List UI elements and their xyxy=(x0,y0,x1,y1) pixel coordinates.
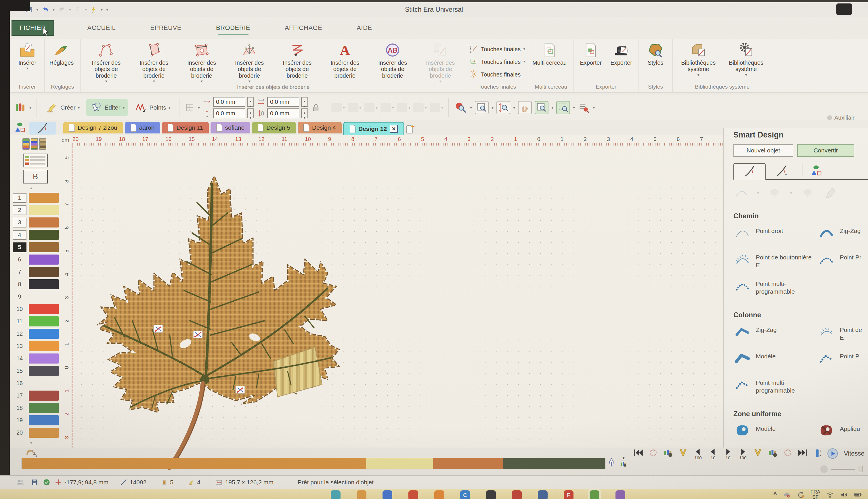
ribbon-button[interactable]: Bibliothèques système xyxy=(722,41,770,78)
chevron-down-icon[interactable] xyxy=(201,79,203,83)
stitch-type-item[interactable] xyxy=(817,377,868,397)
new-object-button[interactable]: Nouvel objet xyxy=(733,144,793,157)
chevron-down-icon[interactable] xyxy=(78,105,80,110)
zoom-height-button[interactable] xyxy=(497,101,510,114)
chevron-down-icon[interactable] xyxy=(153,79,155,83)
ribbon-tab[interactable]: AFFICHAGE xyxy=(285,20,322,36)
ribbon-button[interactable]: Insérer des objets de broderie xyxy=(273,41,321,80)
palette-scroll-up[interactable] xyxy=(29,186,33,190)
design-tab[interactable]: Design 5 xyxy=(252,122,296,133)
fwd-100-button[interactable]: 100 xyxy=(736,448,749,460)
thread-color-row[interactable]: 6 xyxy=(12,253,62,266)
edit-button[interactable]: Éditer xyxy=(86,99,128,116)
stitch-type-item[interactable]: Point multi-programmable xyxy=(733,278,817,298)
thread-list-button[interactable] xyxy=(23,154,48,167)
tab-needle-new[interactable] xyxy=(766,162,798,179)
chevron-down-icon[interactable] xyxy=(551,105,553,110)
thread-number[interactable]: 8 xyxy=(13,280,26,289)
taskbar-app-icon[interactable] xyxy=(382,490,392,499)
thread-color-row[interactable]: 17 xyxy=(12,389,62,402)
thread-number[interactable]: 16 xyxy=(13,378,26,388)
next-object-button[interactable] xyxy=(781,448,794,458)
thread-number[interactable]: 3 xyxy=(13,218,26,228)
back-100-button[interactable]: 100 xyxy=(692,448,705,460)
thread-number[interactable]: 14 xyxy=(13,354,26,364)
thread-color-swatch[interactable] xyxy=(29,415,59,425)
language-indicator[interactable]: FRASF xyxy=(810,489,820,499)
stitch-type-item[interactable]: Zig-Zag xyxy=(733,324,817,344)
ribbon-button[interactable]: Insérer xyxy=(12,41,42,71)
stitch-type-item[interactable]: Zig-Zag xyxy=(817,225,868,245)
back-10-button[interactable]: 10 xyxy=(706,448,720,460)
thread-color-row[interactable]: 14 xyxy=(12,352,62,365)
ribbon-button[interactable]: Insérer des objets de broderie xyxy=(130,41,178,84)
palette-scroll-down[interactable] xyxy=(29,441,33,445)
chevron-down-icon[interactable] xyxy=(169,105,171,110)
height-stepper[interactable] xyxy=(301,108,308,118)
wifi-icon[interactable] xyxy=(826,491,834,499)
thread-number[interactable]: 6 xyxy=(13,255,26,265)
close-tab-button[interactable] xyxy=(390,125,398,133)
thread-color-swatch[interactable] xyxy=(29,279,59,289)
progress-slider[interactable] xyxy=(811,448,824,459)
ribbon-button[interactable]: Insérer des objets de broderie xyxy=(369,41,416,80)
palette-thumbnail[interactable] xyxy=(22,138,29,150)
width-field[interactable]: 0,0 mm xyxy=(267,97,299,107)
grid-icon[interactable] xyxy=(185,102,195,113)
chevron-down-icon[interactable] xyxy=(513,105,515,110)
thread-colors-icon[interactable] xyxy=(14,101,26,113)
thread-color-row[interactable]: 19 xyxy=(12,414,62,427)
zoom-selection-button[interactable] xyxy=(556,101,570,114)
chevron-down-icon[interactable] xyxy=(29,105,31,110)
thread-color-swatch[interactable] xyxy=(29,292,59,302)
stitch-type-item[interactable]: Appliqu xyxy=(817,423,868,443)
ribbon-button[interactable]: Touches finales xyxy=(468,44,526,53)
thread-number[interactable]: 7 xyxy=(13,267,26,277)
object-marker[interactable] xyxy=(154,325,163,332)
height-field[interactable]: 0,0 mm xyxy=(267,108,299,118)
chevron-down-icon[interactable] xyxy=(439,79,441,83)
thread-color-row[interactable]: 5 xyxy=(12,241,62,253)
x-position-stepper[interactable] xyxy=(247,97,254,107)
thread-color-swatch[interactable] xyxy=(29,378,59,388)
thread-color-swatch[interactable] xyxy=(29,353,59,364)
lock-proportions-icon[interactable] xyxy=(311,103,321,112)
design-tab[interactable]: Design 4 xyxy=(298,122,342,133)
ribbon-button[interactable]: Multi cerceau xyxy=(530,41,569,66)
zoom-slider-track[interactable] xyxy=(831,469,855,470)
design-tab[interactable]: Design 7 zizou xyxy=(63,122,123,133)
taskbar-app-icon[interactable]: C xyxy=(460,490,470,499)
thread-color-row[interactable]: 3 xyxy=(12,216,62,229)
stitches-button[interactable]: Points xyxy=(131,99,174,116)
thread-color-swatch[interactable] xyxy=(29,341,59,351)
thread-color-row[interactable]: 1 xyxy=(12,192,62,204)
battery-icon[interactable] xyxy=(854,491,862,499)
tab-convert-shapes[interactable] xyxy=(806,162,827,179)
design-tab[interactable]: Design 11 xyxy=(162,122,209,133)
thread-number[interactable]: 13 xyxy=(13,341,26,351)
thread-number[interactable]: 9 xyxy=(13,292,26,302)
thread-color-swatch[interactable] xyxy=(29,255,59,265)
sync-refresh-icon[interactable] xyxy=(797,491,805,499)
fwd-10-button[interactable]: 10 xyxy=(721,448,735,460)
zoom-list-icon[interactable] xyxy=(578,101,590,113)
next-color-button[interactable] xyxy=(766,448,779,458)
ribbon-button[interactable]: Insérer des objets de broderie xyxy=(416,41,464,84)
cloud-sync-icon[interactable] xyxy=(783,491,791,499)
ribbon-button[interactable]: Exporter xyxy=(606,41,636,66)
thread-color-swatch[interactable] xyxy=(29,391,59,401)
thread-color-row[interactable]: 10 xyxy=(12,303,62,315)
ribbon-button[interactable]: Exporter xyxy=(575,41,606,66)
thread-color-row[interactable]: 12 xyxy=(12,328,62,340)
thread-color-swatch[interactable] xyxy=(29,267,59,277)
taskbar-app-icon[interactable] xyxy=(331,490,341,499)
color-sequence-bar[interactable] xyxy=(22,458,606,470)
window-control-button[interactable] xyxy=(836,3,852,15)
chevron-down-icon[interactable] xyxy=(248,79,250,83)
thread-color-row[interactable]: 9 xyxy=(12,291,62,303)
thread-color-swatch[interactable] xyxy=(29,403,59,413)
needle-mode-button[interactable] xyxy=(29,122,57,135)
speaker-icon[interactable] xyxy=(840,491,848,499)
thread-color-row[interactable]: 15 xyxy=(12,365,62,377)
stitch-type-item[interactable]: Modèle xyxy=(733,351,817,370)
